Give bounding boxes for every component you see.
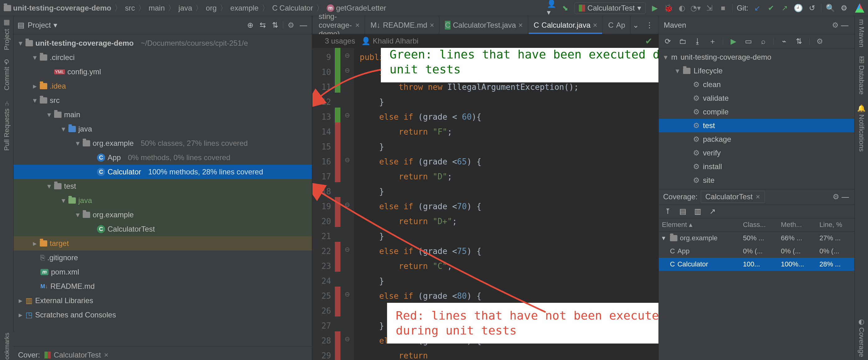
maven-goal-test[interactable]: ⚙test bbox=[659, 119, 854, 132]
maven-settings-icon[interactable]: ⚙ bbox=[815, 37, 825, 46]
tree-pkg[interactable]: ▾org.example 50% classes, 27% lines cove… bbox=[14, 136, 312, 150]
git-history-icon[interactable]: 🕘 bbox=[794, 3, 803, 13]
export-icon[interactable]: ↗ bbox=[708, 207, 717, 216]
maven-goal-validate[interactable]: ⚙validate bbox=[659, 91, 854, 105]
tool-pull-requests[interactable]: Pull Requests ⑂ bbox=[3, 100, 11, 151]
tree-src[interactable]: ▾src bbox=[14, 93, 312, 108]
git-update-icon[interactable]: ↙ bbox=[753, 3, 762, 13]
maven-lifecycle[interactable]: ▾Lifecycle bbox=[659, 64, 854, 78]
coverage-run-icon[interactable]: ◐ bbox=[677, 3, 687, 13]
tab-project-build[interactable]: sting-coverage-demo)× bbox=[314, 16, 365, 34]
panel-settings-icon[interactable]: ⚙ bbox=[286, 21, 296, 30]
toggle-skip-tests-icon[interactable]: ⌕ bbox=[758, 37, 768, 46]
tab-calculatortest[interactable]: CCalculatorTest.java× bbox=[440, 16, 528, 34]
tool-coverage[interactable]: ◐ Coverage bbox=[858, 318, 866, 357]
coverage-col-method[interactable]: Meth... bbox=[778, 218, 816, 232]
run-icon[interactable]: ▶ bbox=[729, 37, 738, 46]
tree-configyml[interactable]: YMLconfig.yml bbox=[14, 65, 312, 79]
maven-goal-install[interactable]: ⚙install bbox=[659, 160, 854, 174]
build-hammer-icon[interactable]: ⬊ bbox=[561, 3, 570, 13]
tool-bookmarks[interactable]: ookmarks bbox=[0, 332, 14, 360]
show-deps-icon[interactable]: ⌁ bbox=[779, 37, 789, 46]
panel-hide-icon[interactable]: — bbox=[841, 192, 850, 202]
tree-main[interactable]: ▾main bbox=[14, 108, 312, 122]
tool-project[interactable]: Project ▦ bbox=[3, 19, 11, 50]
breadcrumb-class[interactable]: CCalculator bbox=[272, 4, 313, 12]
maven-goal-clean[interactable]: ⚙clean bbox=[659, 78, 854, 91]
breadcrumb-org[interactable]: org bbox=[206, 4, 217, 12]
tree-java-main[interactable]: ▾java bbox=[14, 122, 312, 136]
locate-icon[interactable]: ⊕ bbox=[246, 21, 255, 30]
cover-run-chip[interactable]: CalculatorTest × bbox=[44, 351, 108, 359]
tab-calculator[interactable]: CCalculator.java× bbox=[529, 16, 603, 34]
tree-pom[interactable]: mpom.xml bbox=[14, 265, 312, 279]
debug-icon[interactable]: 🐞 bbox=[664, 3, 673, 13]
maven-root[interactable]: ▾munit-testing-coverage-demo bbox=[659, 50, 854, 64]
maven-goal-compile[interactable]: ⚙compile bbox=[659, 105, 854, 119]
tree-calculator[interactable]: CCalculator 100% methods, 28% lines cove… bbox=[14, 165, 312, 179]
tree-external-libraries[interactable]: ▸▥External Libraries bbox=[14, 294, 312, 308]
stop-icon[interactable]: ■ bbox=[718, 3, 728, 13]
close-icon[interactable]: × bbox=[593, 21, 597, 30]
coverage-row[interactable]: ▾org.example50% ...66% ...27% ... bbox=[659, 232, 854, 245]
expand-all-icon[interactable]: ⇆ bbox=[258, 21, 267, 30]
coverage-col-class[interactable]: Class... bbox=[740, 218, 778, 232]
tree-root[interactable]: ▾unit-testing-coverage-demo ~/Documents/… bbox=[14, 36, 312, 50]
breadcrumb-project[interactable]: unit-testing-coverage-demo bbox=[4, 4, 111, 12]
close-icon[interactable]: × bbox=[430, 21, 434, 30]
tree-scratches[interactable]: ▸◳Scratches and Consoles bbox=[14, 308, 312, 322]
breadcrumb-main[interactable]: main bbox=[149, 4, 165, 12]
nav-up-icon[interactable]: ⤒ bbox=[663, 207, 673, 216]
tabs-dropdown-icon[interactable]: ⌄ bbox=[631, 21, 641, 30]
panel-settings-icon[interactable]: ⚙ bbox=[831, 21, 840, 30]
coverage-gutter[interactable] bbox=[335, 48, 340, 360]
tree-target[interactable]: ▸target bbox=[14, 236, 312, 250]
tree-pkg-test[interactable]: ▾org.example bbox=[14, 208, 312, 222]
coverage-col-line[interactable]: Line, % bbox=[816, 218, 854, 232]
breadcrumb-method[interactable]: mgetGradeLetter bbox=[327, 4, 386, 12]
tree-java-test[interactable]: ▾java bbox=[14, 193, 312, 208]
coverage-row[interactable]: CApp0% (...0% (...0% (... bbox=[659, 245, 854, 258]
collapse-all-icon[interactable]: ⇅ bbox=[271, 21, 280, 30]
tool-commit[interactable]: Commit ⟲ bbox=[3, 59, 11, 90]
settings-gear-icon[interactable]: ⚙ bbox=[839, 3, 849, 13]
generate-sources-icon[interactable]: 🗀 bbox=[678, 37, 687, 46]
tabs-more-icon[interactable]: ⋮ bbox=[645, 21, 654, 30]
tree-app[interactable]: CApp 0% methods, 0% lines covered bbox=[14, 150, 312, 165]
panel-hide-icon[interactable]: — bbox=[299, 21, 308, 30]
coverage-table[interactable]: Element ▴ Class... Meth... Line, % ▾org.… bbox=[659, 218, 854, 271]
coverage-row[interactable]: CCalculator100...100%...28% ... bbox=[659, 258, 854, 271]
folding-gutter[interactable]: ⊖⊖⊖⊖⊖⊖⊖⊖ bbox=[340, 48, 354, 360]
tool-maven[interactable]: m Maven bbox=[858, 19, 866, 47]
tree-circleci[interactable]: ▾.circleci bbox=[14, 50, 312, 65]
coverage-col-element[interactable]: Element ▴ bbox=[659, 218, 740, 232]
maven-goal-package[interactable]: ⚙package bbox=[659, 132, 854, 146]
close-icon[interactable]: × bbox=[519, 21, 523, 30]
download-sources-icon[interactable]: ⭳ bbox=[693, 37, 702, 46]
project-panel-title[interactable]: Project ▾ bbox=[28, 21, 57, 30]
author-hint[interactable]: 👤 Khalid Alharbi bbox=[361, 37, 418, 46]
run-icon[interactable]: ▶ bbox=[650, 3, 659, 13]
problems-ok-icon[interactable]: ✔ bbox=[645, 36, 652, 46]
git-commit-icon[interactable]: ✔ bbox=[766, 3, 776, 13]
git-rollback-icon[interactable]: ↺ bbox=[807, 3, 817, 13]
tree-idea[interactable]: ▸.idea bbox=[14, 79, 312, 93]
tab-readme[interactable]: M↓README.md× bbox=[366, 16, 440, 34]
close-icon[interactable]: × bbox=[104, 351, 108, 359]
attach-icon[interactable]: ⇲ bbox=[705, 3, 714, 13]
tab-app[interactable]: CAp bbox=[603, 16, 630, 34]
close-icon[interactable]: × bbox=[355, 21, 360, 30]
breadcrumb-src[interactable]: src bbox=[125, 4, 135, 12]
tool-notifications[interactable]: 🔔 Notifications bbox=[858, 104, 866, 152]
reload-icon[interactable]: ⟳ bbox=[663, 37, 673, 46]
search-icon[interactable]: 🔍 bbox=[826, 3, 835, 13]
usages-hint[interactable]: 3 usages bbox=[325, 37, 355, 46]
filter-icon[interactable]: ▥ bbox=[693, 207, 702, 216]
tree-gitignore[interactable]: ⎘.gitignore bbox=[14, 250, 312, 265]
breadcrumb-java[interactable]: java bbox=[179, 4, 192, 12]
close-icon[interactable]: × bbox=[756, 192, 760, 201]
add-icon[interactable]: ＋ bbox=[708, 37, 717, 46]
profile-icon[interactable]: ◔▾ bbox=[691, 3, 701, 13]
tool-database[interactable]: 🗄 Database bbox=[858, 57, 866, 94]
git-push-icon[interactable]: ↗ bbox=[780, 3, 789, 13]
